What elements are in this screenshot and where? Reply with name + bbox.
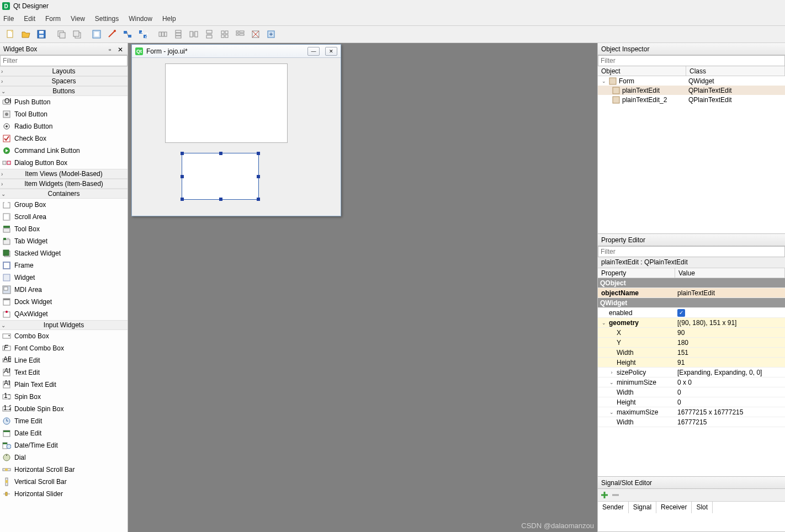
plain-text-edit-2-widget[interactable] (165, 63, 288, 143)
property-value[interactable]: 0 (675, 389, 785, 396)
expand-icon[interactable]: ⌄ (601, 320, 607, 326)
cat-input-widgets[interactable]: ⌄Input Widgets (0, 320, 128, 330)
widget-item[interactable]: Widget (0, 272, 128, 284)
sse-col-receiver[interactable]: Receiver (656, 502, 692, 513)
add-connection-icon[interactable] (600, 491, 609, 499)
menu-file[interactable]: File (3, 15, 14, 23)
layout-form-icon[interactable] (233, 27, 247, 41)
property-value[interactable]: 90 (675, 329, 785, 337)
property-editor-filter[interactable] (598, 246, 785, 257)
widget-item[interactable]: Horizontal Slider (0, 488, 128, 500)
property-row[interactable]: Y180 (598, 338, 785, 348)
widget-item[interactable]: Horizontal Scroll Bar (0, 464, 128, 476)
widget-item[interactable]: Tool Box (0, 223, 128, 235)
form-window[interactable]: Qt Form - jojo.ui* — ✕ (131, 44, 341, 216)
object-row[interactable]: ⌄FormQWidget (598, 76, 785, 86)
property-row[interactable]: enabled✓ (598, 308, 785, 318)
cat-layouts[interactable]: ›Layouts (0, 66, 128, 76)
open-file-icon[interactable] (19, 27, 33, 41)
expand-icon[interactable]: › (609, 370, 614, 375)
break-layout-icon[interactable] (248, 27, 263, 41)
widget-item[interactable]: 1.2Double Spin Box (0, 403, 128, 415)
property-group[interactable]: QWidget (598, 298, 785, 308)
widget-item[interactable]: MDI Area (0, 284, 128, 296)
property-row[interactable]: ›sizePolicy[Expanding, Expanding, 0, 0] (598, 368, 785, 377)
menu-window[interactable]: Window (129, 15, 152, 23)
property-row[interactable]: ⌄minimumSize0 x 0 (598, 377, 785, 387)
widget-item[interactable]: Command Link Button (0, 145, 128, 157)
layout-hsplit-icon[interactable] (187, 27, 201, 41)
form-close-button[interactable]: ✕ (325, 47, 337, 56)
widget-item[interactable]: Time Edit (0, 415, 128, 427)
property-value[interactable]: 16777215 x 16777215 (675, 408, 785, 416)
form-titlebar[interactable]: Qt Form - jojo.ui* — ✕ (132, 45, 341, 58)
widget-item[interactable]: Dial (0, 451, 128, 464)
layout-vbox-icon[interactable] (171, 27, 185, 41)
widget-item[interactable]: Stacked Widget (0, 247, 128, 259)
property-row[interactable]: Width0 (598, 387, 785, 397)
design-canvas[interactable]: Qt Form - jojo.ui* — ✕ (128, 43, 597, 532)
widget-item[interactable]: Frame (0, 259, 128, 272)
cat-containers[interactable]: ⌄Containers (0, 189, 128, 199)
widget-item[interactable]: FFont Combo Box (0, 342, 128, 354)
new-file-icon[interactable] (3, 27, 18, 41)
widget-item[interactable]: Date/Time Edit (0, 439, 128, 451)
widget-item[interactable]: Group Box (0, 199, 128, 211)
widget-item[interactable]: Tool Button (0, 108, 128, 120)
menu-form[interactable]: Form (45, 15, 61, 23)
widget-item[interactable]: QAxWidget (0, 308, 128, 320)
property-value[interactable]: 151 (675, 349, 785, 357)
edit-signals-icon[interactable] (105, 27, 119, 41)
widget-item[interactable]: Date Edit (0, 427, 128, 439)
expand-icon[interactable]: ⌄ (609, 409, 614, 415)
property-value[interactable]: [(90, 180), 151 x 91] (675, 319, 785, 327)
form-body[interactable] (132, 58, 341, 216)
property-row[interactable]: X90 (598, 328, 785, 338)
edit-tab-order-icon[interactable]: 12 (136, 27, 150, 41)
property-editor-body[interactable]: QObjectobjectNameplainTextEditQWidgetena… (598, 278, 785, 476)
pe-col-value[interactable]: Value (675, 268, 785, 278)
property-row[interactable]: ⌄maximumSize16777215 x 16777215 (598, 407, 785, 417)
expand-icon[interactable]: ⌄ (609, 380, 614, 385)
widget-item[interactable]: Combo Box (0, 330, 128, 342)
save-file-icon[interactable] (34, 27, 49, 41)
widget-item[interactable]: AIPlain Text Edit (0, 379, 128, 391)
widget-item[interactable]: 1Spin Box (0, 391, 128, 403)
menu-help[interactable]: Help (162, 15, 176, 23)
widget-item[interactable]: Scroll Area (0, 211, 128, 223)
pe-col-property[interactable]: Property (598, 268, 675, 278)
property-row[interactable]: Height91 (598, 358, 785, 368)
edit-widgets-icon[interactable] (89, 27, 104, 41)
menu-edit[interactable]: Edit (24, 15, 35, 23)
widget-item[interactable]: Tab Widget (0, 235, 128, 247)
layout-hbox-icon[interactable] (156, 27, 170, 41)
property-value[interactable]: 180 (675, 339, 785, 347)
widget-item[interactable]: Vertical Scroll Bar (0, 476, 128, 488)
property-row[interactable]: ⌄geometry[(90, 180), 151 x 91] (598, 318, 785, 328)
property-row[interactable]: Width151 (598, 348, 785, 358)
widget-item[interactable]: Dialog Button Box (0, 157, 128, 169)
property-group[interactable]: QObject (598, 278, 785, 288)
dock-float-icon[interactable]: ▫ (109, 46, 115, 52)
sse-col-sender[interactable]: Sender (598, 502, 629, 513)
edit-buddies-icon[interactable] (120, 27, 135, 41)
menu-view[interactable]: View (71, 15, 85, 23)
sse-col-slot[interactable]: Slot (692, 502, 713, 513)
property-value[interactable]: 91 (675, 359, 785, 366)
plain-text-edit-widget[interactable] (182, 153, 259, 200)
object-row[interactable]: plainTextEdit_2QPlainTextEdit (598, 95, 785, 104)
dock-close-icon[interactable]: ✕ (118, 46, 124, 52)
property-row[interactable]: objectNameplainTextEdit (598, 288, 785, 298)
property-row[interactable]: Width16777215 (598, 417, 785, 427)
widget-box-filter[interactable] (0, 55, 128, 66)
widget-item[interactable]: OKPush Button (0, 96, 128, 108)
sse-col-signal[interactable]: Signal (629, 502, 656, 513)
cat-buttons[interactable]: ⌄Buttons (0, 86, 128, 96)
cat-spacers[interactable]: ›Spacers (0, 76, 128, 86)
property-value[interactable]: 0 x 0 (675, 379, 785, 386)
widget-item[interactable]: ABILine Edit (0, 354, 128, 366)
object-row[interactable]: plainTextEditQPlainTextEdit (598, 86, 785, 95)
property-value[interactable]: 0 (675, 398, 785, 406)
widget-item[interactable]: Dock Widget (0, 296, 128, 308)
property-value[interactable]: ✓ (675, 308, 785, 317)
